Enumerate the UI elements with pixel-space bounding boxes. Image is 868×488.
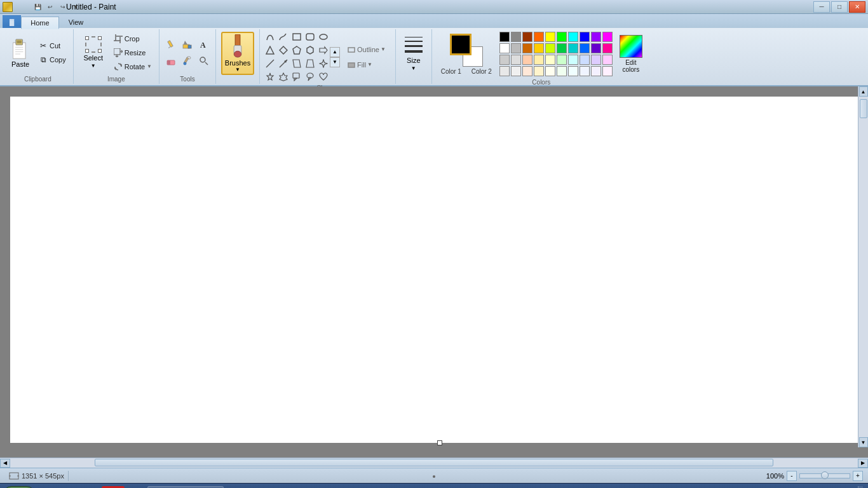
palette-color-4-6[interactable] [557,66,567,76]
canvas-area[interactable]: ▲ ▼ [0,86,868,458]
shape-pentagon[interactable] [290,44,303,57]
shapes-scroll-up[interactable]: ▲ [330,47,340,57]
shape-callout1[interactable] [290,71,303,83]
palette-color-3-4[interactable] [534,55,544,65]
resize-handle-bottom[interactable] [437,440,442,445]
maximize-button[interactable]: □ [831,1,848,13]
tab-home[interactable]: Home [21,17,58,29]
fill-shape-button[interactable]: Fill ▼ [344,58,389,72]
palette-color-2-6[interactable] [557,43,567,53]
shape-ellipse[interactable] [317,30,330,43]
text-button[interactable]: A [196,37,212,52]
taskbar-app-paint[interactable]: Untitled - Paint [147,486,224,489]
qa-save-button[interactable]: 💾 [32,2,43,12]
palette-color-4-3[interactable] [522,66,532,76]
zoom-slider[interactable] [799,473,850,478]
taskbar-paint-button[interactable] [126,486,146,489]
zoom-in-button[interactable]: + [853,471,863,481]
palette-color-3-5[interactable] [545,55,555,65]
vertical-scrollbar[interactable]: ▲ ▼ [858,86,868,447]
palette-color-3-3[interactable] [522,55,532,65]
outline-button[interactable]: Outline ▼ [344,43,389,57]
palette-color-1-7[interactable] [568,32,578,42]
shape-heart[interactable] [317,71,330,83]
scroll-up-btn[interactable]: ▲ [859,86,868,97]
palette-color-2-4[interactable] [534,43,544,53]
shape-arrow[interactable] [277,57,290,70]
palette-color-1-8[interactable] [580,32,590,42]
palette-color-4-8[interactable] [580,66,590,76]
palette-color-1-1[interactable] [499,32,510,42]
palette-color-2-10[interactable] [602,43,613,53]
scroll-thumb[interactable] [860,99,867,118]
rotate-button[interactable]: Rotate ▼ [111,60,155,73]
palette-color-2-5[interactable] [545,43,555,53]
palette-color-2-3[interactable] [522,43,532,53]
palette-color-2-2[interactable] [511,43,521,53]
scroll-down-btn[interactable]: ▼ [859,437,868,447]
qa-undo-button[interactable]: ↩ [44,2,56,12]
cut-button[interactable]: ✂ Cut [36,39,69,52]
palette-color-4-9[interactable] [591,66,601,76]
palette-color-3-10[interactable] [602,55,613,65]
taskbar-explorer-button[interactable] [58,486,79,489]
palette-color-3-6[interactable] [557,55,567,65]
fill-button[interactable] [180,37,195,52]
palette-color-1-4[interactable] [534,32,544,42]
zoom-thumb[interactable] [821,471,829,479]
select-button[interactable]: Select ▼ [78,34,109,71]
palette-color-2-7[interactable] [568,43,578,53]
shape-trapezoid[interactable] [304,57,316,70]
copy-button[interactable]: ⧉ Copy [36,53,69,66]
palette-color-1-10[interactable] [602,32,613,42]
palette-color-4-5[interactable] [545,66,555,76]
palette-color-2-8[interactable] [580,43,590,53]
size-button[interactable]: Size ▼ [400,31,428,74]
tab-view[interactable]: View [59,15,93,28]
drawing-canvas[interactable] [10,97,868,443]
paste-button[interactable]: Paste [6,32,34,73]
shape-arrow-right[interactable] [317,44,330,57]
palette-color-1-6[interactable] [557,32,567,42]
shape-hexagon[interactable] [304,44,316,57]
shape-4star[interactable] [317,57,330,70]
qa-dropdown-button[interactable]: ▼ [70,2,81,12]
brushes-button[interactable]: Brushes ▼ [221,32,254,75]
color1-box[interactable] [450,34,471,55]
shape-5star[interactable] [264,71,276,83]
tab-file[interactable]: ▓ [3,15,21,28]
palette-color-1-2[interactable] [511,32,521,42]
palette-color-3-1[interactable] [499,55,510,65]
palette-color-3-2[interactable] [511,55,521,65]
palette-color-3-9[interactable] [591,55,601,65]
palette-color-3-7[interactable] [568,55,578,65]
shape-roundrect[interactable] [304,30,316,43]
palette-color-3-8[interactable] [580,55,590,65]
palette-color-4-4[interactable] [534,66,544,76]
palette-color-2-1[interactable] [499,43,510,53]
taskbar-smart-button[interactable]: smart [102,486,125,489]
palette-color-4-7[interactable] [568,66,578,76]
qa-redo-button[interactable]: ↪ [57,2,69,12]
palette-color-2-9[interactable] [591,43,601,53]
minimize-button[interactable]: ─ [813,1,830,13]
taskbar-wmp-button[interactable] [80,486,100,489]
start-button[interactable] [3,486,36,489]
shape-freehand[interactable] [277,30,290,43]
color-picker-button[interactable] [180,53,195,69]
edit-colors-button[interactable]: Edit colors [615,32,647,76]
eraser-button[interactable] [163,53,179,69]
shape-triangle[interactable] [264,44,276,57]
shape-diamond[interactable] [277,44,290,57]
magnify-button[interactable] [196,53,212,69]
zoom-out-button[interactable]: - [787,471,797,481]
hscroll-left-btn[interactable]: ◀ [0,459,10,468]
palette-color-4-2[interactable] [511,66,521,76]
palette-color-1-3[interactable] [522,32,532,42]
shape-freeform[interactable] [264,30,276,43]
close-button[interactable]: ✕ [849,1,865,13]
shape-6star[interactable] [277,71,290,83]
hscroll-thumb[interactable] [95,459,773,466]
horizontal-scrollbar[interactable]: ◀ ▶ [0,458,868,468]
shape-parallelogram[interactable] [290,57,303,70]
